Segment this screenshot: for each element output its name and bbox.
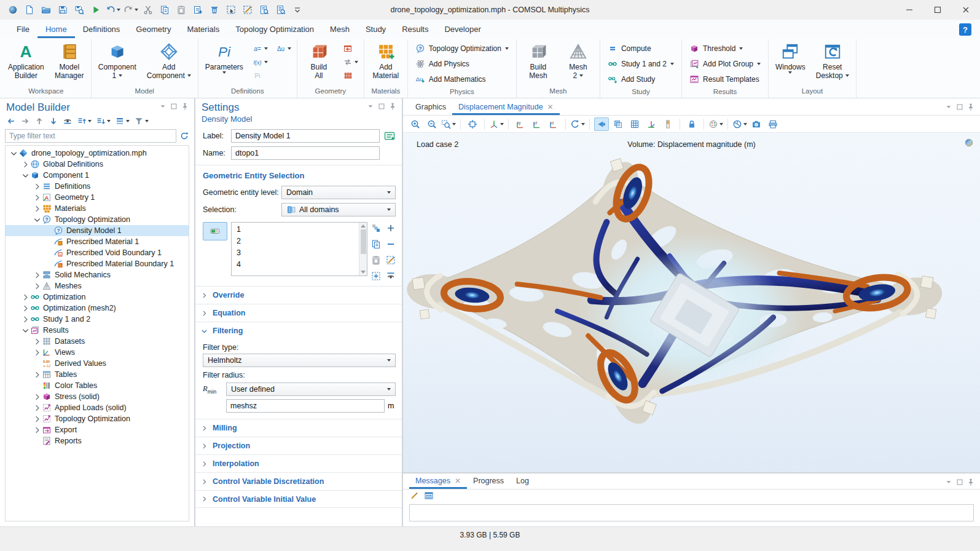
tree-closed-arrow-icon[interactable] bbox=[33, 282, 42, 290]
tree-item-color-tables[interactable]: Color Tables bbox=[6, 380, 189, 391]
paste-button[interactable] bbox=[173, 2, 189, 18]
topology-optimization-button[interactable]: ?Topology Optimization bbox=[412, 41, 512, 56]
show-axes-button[interactable] bbox=[644, 117, 659, 131]
expand-one-button[interactable] bbox=[77, 116, 92, 126]
tree-item-solid-mechanics[interactable]: Solid Mechanics bbox=[6, 269, 189, 280]
view-xy-button[interactable]: xy bbox=[513, 117, 528, 131]
result-templates-button[interactable]: Result Templates bbox=[686, 71, 764, 87]
add-plot-group-button[interactable]: Add Plot Group bbox=[686, 56, 764, 71]
selection-list-item[interactable]: 1 bbox=[232, 223, 359, 235]
tree-item-geometry-1[interactable]: AGeometry 1 bbox=[6, 192, 189, 203]
tree-item-materials[interactable]: Materials bbox=[6, 203, 189, 214]
panel-float-button[interactable] bbox=[955, 478, 964, 489]
close-tab-icon[interactable]: ✕ bbox=[455, 477, 461, 485]
section-filtering[interactable]: Filtering bbox=[195, 322, 402, 339]
find-in-doc-button[interactable] bbox=[256, 2, 272, 18]
show-options-button[interactable] bbox=[63, 116, 73, 126]
scroll-thumb[interactable] bbox=[361, 229, 366, 254]
messages-tab-messages[interactable]: Messages✕ bbox=[409, 474, 467, 489]
tree-item-derived-values[interactable]: 8.85e-12Derived Values bbox=[6, 358, 189, 369]
tree-closed-arrow-icon[interactable] bbox=[33, 271, 42, 279]
tab-developer[interactable]: Developer bbox=[436, 22, 488, 38]
mail-window-button[interactable] bbox=[424, 491, 434, 503]
selection-list-item[interactable]: 4 bbox=[232, 258, 359, 270]
section-control-variable-discretization[interactable]: Control Variable Discretization bbox=[195, 472, 402, 490]
clear-selection-btn-button[interactable] bbox=[386, 255, 396, 268]
tree-item-export[interactable]: Export bbox=[6, 424, 189, 435]
tree-closed-arrow-icon[interactable] bbox=[33, 414, 42, 423]
view-yz-button[interactable]: yz bbox=[530, 117, 544, 131]
save-search-button[interactable] bbox=[71, 2, 87, 18]
cut-button[interactable] bbox=[140, 2, 156, 18]
tab-mesh[interactable]: Mesh bbox=[322, 22, 358, 38]
tab-definitions[interactable]: Definitions bbox=[75, 22, 128, 38]
zoom-extents-button[interactable] bbox=[465, 117, 480, 131]
selection-list-scrollbar[interactable] bbox=[359, 223, 367, 276]
tab-home[interactable]: Home bbox=[37, 22, 75, 38]
func-fx-button[interactable]: f(x) bbox=[251, 57, 269, 68]
print-button[interactable] bbox=[766, 117, 780, 131]
tree-open-arrow-icon[interactable] bbox=[33, 215, 42, 224]
tree-item-datasets[interactable]: Datasets bbox=[6, 336, 189, 347]
tree-item-applied-loads-solid[interactable]: Applied Loads (solid) bbox=[6, 402, 189, 413]
zoom-out-button[interactable] bbox=[425, 117, 439, 131]
create-selection-button[interactable] bbox=[371, 223, 381, 236]
tree-closed-arrow-icon[interactable] bbox=[33, 204, 42, 213]
panel-menu-button[interactable] bbox=[366, 102, 375, 113]
tree-item-tables[interactable]: Tables bbox=[6, 369, 189, 380]
add-material-button[interactable]: AddMaterial bbox=[369, 41, 403, 80]
compute-button[interactable]: Compute bbox=[605, 41, 677, 56]
geom-import-button[interactable] bbox=[342, 43, 359, 54]
open-file-button[interactable] bbox=[38, 2, 54, 18]
search-doc-button[interactable] bbox=[273, 2, 289, 18]
panel-menu-button[interactable] bbox=[944, 478, 953, 489]
lock-view-button[interactable] bbox=[684, 117, 699, 131]
add-to-selection-button[interactable] bbox=[386, 223, 396, 236]
filter-type-select[interactable]: Helmholtz bbox=[203, 354, 396, 367]
component-1-button[interactable]: Component1 bbox=[96, 41, 139, 80]
tree-item-optimization[interactable]: Optimization bbox=[6, 291, 189, 303]
copy-button[interactable] bbox=[157, 2, 173, 18]
study-1-and-2-button[interactable]: Study 1 and 2 bbox=[605, 56, 677, 71]
section-control-variable-initial-value[interactable]: Control Variable Initial Value bbox=[195, 490, 402, 508]
tree-item-prescribed-material-1[interactable]: Prescribed Material 1 bbox=[6, 236, 189, 247]
tree-item-topology-optimization[interactable]: ?Topology Optimization bbox=[6, 214, 189, 225]
name-input[interactable] bbox=[231, 146, 380, 160]
tree-open-arrow-icon[interactable] bbox=[21, 171, 30, 180]
rmin-mode-select[interactable]: User defined bbox=[226, 383, 396, 396]
environment-button[interactable] bbox=[708, 117, 723, 131]
tab-study[interactable]: Study bbox=[358, 22, 394, 38]
tree-item-reports[interactable]: Reports bbox=[6, 435, 189, 446]
close-tab-icon[interactable]: ✕ bbox=[547, 103, 554, 111]
tree-item-definitions[interactable]: Definitions bbox=[6, 181, 189, 192]
tree-item-prescribed-void-boundary-1[interactable]: bPrescribed Void Boundary 1 bbox=[6, 247, 189, 258]
color-legend-button[interactable] bbox=[661, 117, 675, 131]
tree-closed-arrow-icon[interactable] bbox=[33, 348, 42, 357]
tree-closed-arrow-icon[interactable] bbox=[33, 182, 42, 191]
tree-closed-arrow-icon[interactable] bbox=[33, 193, 42, 202]
tree-item-stress-solid[interactable]: Stress (solid) bbox=[6, 391, 189, 402]
tree-item-drone-topology-optimization-mph[interactable]: drone_topology_optimization.mph bbox=[6, 148, 189, 159]
tree-filter-input[interactable] bbox=[5, 129, 176, 143]
tree-open-arrow-icon[interactable] bbox=[9, 149, 18, 157]
scroll-down-arrow[interactable] bbox=[361, 271, 366, 274]
active-selection-toggle[interactable] bbox=[203, 222, 227, 240]
reset-desktop-button[interactable]: ResetDesktop bbox=[813, 41, 852, 80]
zoom-to-selection-button[interactable] bbox=[371, 271, 381, 283]
delta-u-button[interactable]: Δu bbox=[275, 43, 292, 54]
tree-item-results[interactable]: Results bbox=[6, 325, 189, 336]
panel-pin-button[interactable] bbox=[388, 102, 397, 113]
add-mathematics-button[interactable]: ΔuAdd Mathematics bbox=[412, 71, 512, 87]
section-override[interactable]: Override bbox=[195, 286, 402, 304]
graphics-canvas[interactable]: Load case 2 Volume: Displacement magnitu… bbox=[403, 133, 980, 472]
run-model-button[interactable] bbox=[88, 2, 104, 18]
panel-pin-button[interactable] bbox=[966, 103, 975, 114]
tree-item-study-1-and-2[interactable]: Study 1 and 2 bbox=[6, 314, 189, 325]
duplicate-button[interactable] bbox=[190, 2, 206, 18]
window-minimize-button[interactable] bbox=[895, 0, 923, 20]
tree-item-views[interactable]: Views bbox=[6, 347, 189, 358]
section-milling[interactable]: Milling bbox=[195, 419, 402, 437]
mesh-2-button[interactable]: Mesh2 bbox=[561, 41, 595, 80]
move-up-button[interactable] bbox=[34, 116, 44, 126]
tree-closed-arrow-icon[interactable] bbox=[33, 403, 42, 412]
